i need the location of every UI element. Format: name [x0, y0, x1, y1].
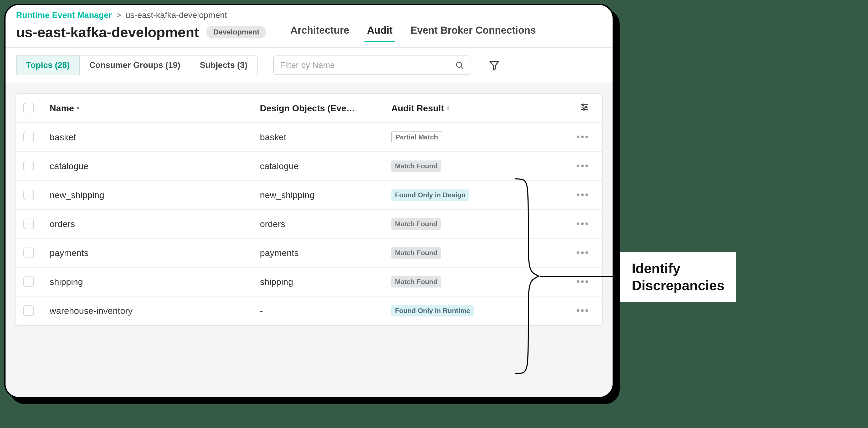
- audit-result-badge: Match Found: [391, 276, 441, 287]
- column-header-name[interactable]: Name: [50, 103, 74, 113]
- sort-dual-icon: ▴▾: [447, 106, 449, 111]
- breadcrumb-leaf: us-east-kafka-development: [126, 10, 227, 20]
- page-title: us-east-kafka-development: [16, 24, 199, 40]
- cell-design-object: catalogue: [260, 161, 391, 171]
- svg-point-7: [586, 106, 587, 108]
- cell-design-object: new_shipping: [260, 190, 391, 200]
- row-checkbox[interactable]: [23, 277, 34, 287]
- audit-result-badge: Match Found: [391, 161, 441, 172]
- column-settings-icon[interactable]: [580, 102, 589, 114]
- column-header-design-objects[interactable]: Design Objects (Eve…: [260, 103, 391, 113]
- breadcrumb-separator: >: [116, 10, 121, 20]
- cell-design-object: orders: [260, 219, 391, 229]
- top-tabs: Architecture Audit Event Broker Connecti…: [289, 22, 537, 42]
- row-checkbox[interactable]: [23, 190, 34, 200]
- sort-ascending-icon: ▴: [77, 104, 80, 110]
- audit-result-badge: Match Found: [391, 247, 441, 259]
- row-actions-menu[interactable]: •••: [576, 276, 589, 287]
- cell-design-object: shipping: [260, 277, 391, 287]
- row-checkbox[interactable]: [23, 132, 34, 142]
- search-icon[interactable]: [455, 61, 464, 70]
- row-checkbox[interactable]: [23, 248, 34, 258]
- table-header-row: Name ▴ Design Objects (Eve… Audit Result…: [16, 94, 602, 123]
- cell-name: catalogue: [50, 161, 260, 171]
- table-row[interactable]: basket basket Partial Match •••: [16, 123, 602, 152]
- cell-name: shipping: [50, 277, 260, 287]
- breadcrumb: Runtime Event Manager > us-east-kafka-de…: [5, 5, 613, 20]
- header-row: us-east-kafka-development Development Ar…: [5, 20, 613, 48]
- audit-result-badge: Match Found: [391, 218, 441, 230]
- search-field-wrapper: [273, 56, 470, 75]
- row-actions-menu[interactable]: •••: [576, 247, 589, 258]
- cell-name: new_shipping: [50, 190, 260, 200]
- audit-result-badge: Found Only in Runtime: [391, 305, 474, 316]
- row-checkbox[interactable]: [23, 306, 34, 316]
- svg-point-6: [582, 104, 584, 106]
- svg-point-8: [583, 109, 585, 110]
- svg-marker-2: [490, 62, 498, 70]
- search-input[interactable]: [280, 60, 455, 70]
- filter-row: Topics (28) Consumer Groups (19) Subject…: [5, 48, 613, 83]
- breadcrumb-root[interactable]: Runtime Event Manager: [16, 10, 112, 20]
- filter-icon[interactable]: [489, 60, 500, 71]
- row-actions-menu[interactable]: •••: [576, 190, 589, 200]
- sub-tabs: Topics (28) Consumer Groups (19) Subject…: [16, 55, 257, 75]
- annotation-brace: [510, 176, 541, 376]
- audit-result-badge: Partial Match: [391, 131, 442, 143]
- annotation-label: Identify Discrepancies: [620, 252, 736, 302]
- row-checkbox[interactable]: [23, 219, 34, 229]
- row-checkbox[interactable]: [23, 161, 34, 171]
- tab-event-broker-connections[interactable]: Event Broker Connections: [409, 22, 537, 42]
- tab-architecture[interactable]: Architecture: [289, 22, 350, 42]
- row-actions-menu[interactable]: •••: [576, 132, 589, 143]
- tab-audit[interactable]: Audit: [366, 22, 394, 42]
- subtab-topics[interactable]: Topics (28): [17, 56, 80, 75]
- cell-design-object: payments: [260, 248, 391, 258]
- svg-line-1: [461, 66, 463, 68]
- cell-design-object: basket: [260, 132, 391, 142]
- subtab-consumer-groups[interactable]: Consumer Groups (19): [80, 56, 190, 75]
- row-actions-menu[interactable]: •••: [576, 305, 589, 316]
- cell-name: warehouse-inventory: [50, 306, 260, 316]
- audit-result-badge: Found Only in Design: [391, 190, 469, 201]
- environment-badge: Development: [206, 26, 266, 38]
- column-header-audit-result[interactable]: Audit Result: [391, 103, 444, 113]
- cell-name: basket: [50, 132, 260, 142]
- cell-design-object: -: [260, 306, 391, 316]
- cell-name: payments: [50, 248, 260, 258]
- annotation-connector: [540, 276, 621, 277]
- select-all-checkbox[interactable]: [23, 103, 34, 113]
- cell-name: orders: [50, 219, 260, 229]
- row-actions-menu[interactable]: •••: [576, 218, 589, 229]
- subtab-subjects[interactable]: Subjects (3): [190, 56, 257, 75]
- row-actions-menu[interactable]: •••: [576, 161, 589, 172]
